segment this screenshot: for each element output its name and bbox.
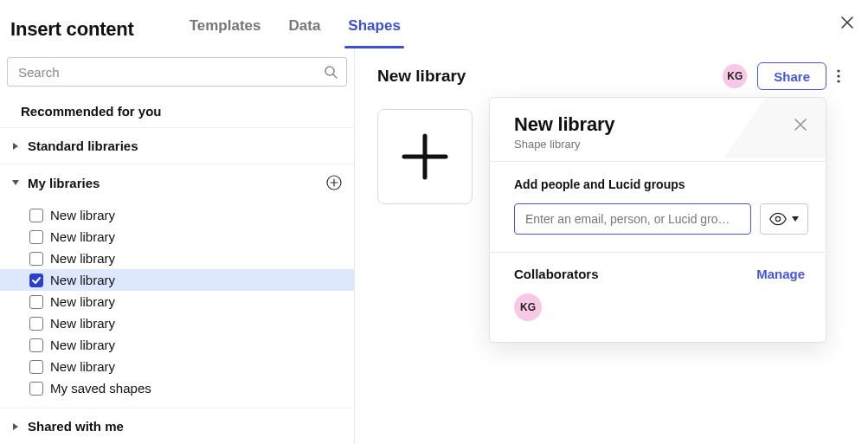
- svg-marker-4: [13, 423, 18, 430]
- svg-point-7: [837, 80, 839, 82]
- search-input[interactable]: [16, 64, 324, 80]
- panel-title: Insert content: [10, 18, 134, 41]
- search-icon: [324, 65, 338, 79]
- library-checkbox[interactable]: [29, 360, 43, 374]
- manage-link[interactable]: Manage: [756, 267, 805, 281]
- tab-templates[interactable]: Templates: [186, 10, 265, 48]
- library-checkbox[interactable]: [29, 230, 43, 244]
- library-item-label: New library: [50, 316, 115, 331]
- standard-libraries-label: Standard libraries: [28, 138, 342, 153]
- library-item[interactable]: New library: [0, 269, 354, 291]
- library-item[interactable]: New library: [0, 226, 354, 248]
- my-libraries-label: My libraries: [28, 176, 318, 190]
- svg-marker-2: [12, 180, 19, 185]
- library-item[interactable]: New library: [0, 204, 354, 226]
- library-item[interactable]: My saved shapes: [0, 377, 354, 399]
- library-item[interactable]: New library: [0, 334, 354, 356]
- panel-header: Insert content Templates Data Shapes: [0, 0, 868, 48]
- tab-shapes[interactable]: Shapes: [344, 10, 403, 48]
- library-checkbox[interactable]: [29, 338, 43, 352]
- library-checkbox[interactable]: [29, 317, 43, 331]
- library-item[interactable]: New library: [0, 356, 354, 377]
- library-checkbox[interactable]: [29, 382, 43, 396]
- collaborator-avatar[interactable]: KG: [514, 293, 542, 321]
- shared-with-me-label: Shared with me: [28, 419, 342, 434]
- share-button[interactable]: Share: [757, 62, 826, 90]
- share-popover: New library Shape library Add people and…: [489, 97, 826, 343]
- library-checkbox[interactable]: [29, 252, 43, 266]
- standard-libraries-toggle[interactable]: Standard libraries: [0, 128, 354, 164]
- library-header: New library KG Share: [355, 48, 868, 104]
- permission-dropdown[interactable]: [760, 203, 808, 235]
- recommended-section-header[interactable]: Recommended for you: [0, 95, 354, 128]
- library-item-label: New library: [50, 294, 115, 309]
- library-item[interactable]: New library: [0, 312, 354, 334]
- shared-with-me-toggle[interactable]: Shared with me: [0, 409, 354, 444]
- library-item-label: New library: [50, 273, 115, 287]
- caret-right-icon: [12, 423, 19, 430]
- caret-down-icon: [12, 179, 19, 186]
- svg-point-5: [837, 69, 839, 72]
- my-libraries-list: New libraryNew libraryNew libraryNew lib…: [0, 201, 354, 409]
- header-tabs: Templates Data Shapes: [186, 10, 404, 48]
- library-checkbox[interactable]: [29, 295, 43, 309]
- library-item-label: New library: [50, 338, 115, 352]
- owner-avatar[interactable]: KG: [723, 64, 747, 88]
- svg-marker-9: [792, 216, 799, 222]
- add-people-label: Add people and Lucid groups: [514, 177, 808, 191]
- popover-subtitle: Shape library: [514, 138, 794, 151]
- library-item-label: New library: [50, 359, 115, 374]
- library-item-label: New library: [50, 208, 115, 222]
- collaborators-label: Collaborators: [514, 267, 756, 281]
- svg-point-6: [837, 74, 839, 77]
- caret-right-icon: [12, 143, 19, 150]
- library-checkbox[interactable]: [29, 209, 43, 222]
- popover-title: New library: [514, 113, 794, 136]
- add-shape-tile[interactable]: [377, 109, 473, 204]
- library-item[interactable]: New library: [0, 248, 354, 269]
- popover-close-icon[interactable]: [794, 119, 807, 131]
- more-options-icon[interactable]: [837, 69, 851, 83]
- my-libraries-toggle[interactable]: My libraries: [0, 164, 354, 201]
- chevron-down-icon: [792, 216, 799, 222]
- library-item-label: New library: [50, 251, 115, 266]
- library-checkbox[interactable]: [29, 273, 43, 287]
- eye-icon: [769, 212, 787, 226]
- add-library-icon[interactable]: [326, 175, 342, 190]
- search-input-wrap[interactable]: [7, 57, 347, 87]
- svg-marker-1: [13, 143, 18, 150]
- library-title: New library: [377, 67, 712, 86]
- invite-input[interactable]: [514, 203, 751, 235]
- tab-data[interactable]: Data: [286, 10, 325, 48]
- svg-point-8: [775, 216, 780, 221]
- left-sidebar: Recommended for you Standard libraries M…: [0, 48, 355, 444]
- library-item[interactable]: New library: [0, 291, 354, 312]
- library-item-label: New library: [50, 229, 115, 244]
- close-icon[interactable]: [840, 16, 854, 29]
- library-item-label: My saved shapes: [50, 381, 151, 396]
